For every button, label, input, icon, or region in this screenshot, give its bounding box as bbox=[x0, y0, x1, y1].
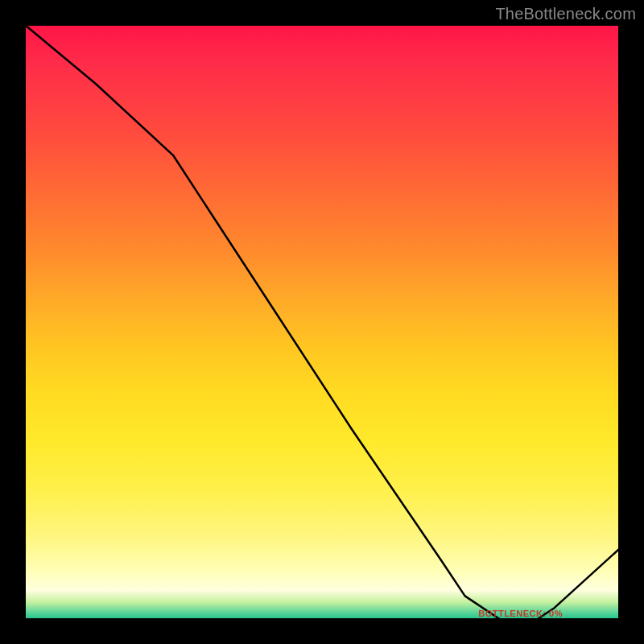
plot-area: BOTTLENECK: 0% bbox=[24, 24, 620, 620]
annotation-label: BOTTLENECK: 0% bbox=[478, 609, 563, 618]
chart-line-svg bbox=[24, 24, 620, 620]
chart-container: TheBottleneck.com BOTTLENECK: 0% bbox=[0, 0, 644, 644]
watermark: TheBottleneck.com bbox=[495, 5, 636, 23]
